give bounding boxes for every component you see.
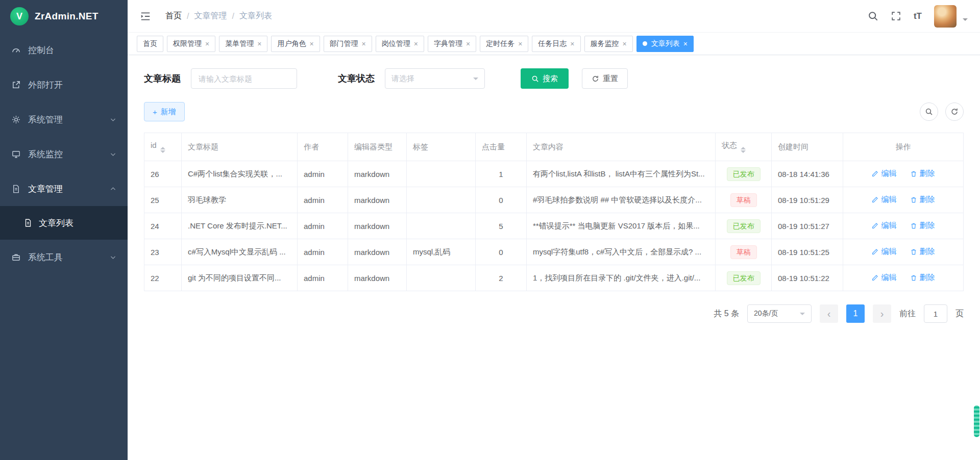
current-page-button[interactable]: 1 (846, 304, 865, 323)
delete-link[interactable]: 删除 (910, 221, 935, 231)
close-icon[interactable]: × (518, 40, 522, 47)
table-row: 22 git 为不同的项目设置不同... admin markdown 2 1，… (144, 265, 964, 291)
delete-link[interactable]: 删除 (910, 247, 935, 257)
collapse-sidebar-icon[interactable] (140, 11, 151, 22)
tab-user-role[interactable]: 用户角色× (271, 36, 320, 52)
sidebar-item-dashboard[interactable]: 控制台 (0, 33, 128, 67)
tab-label: 定时任务 (486, 39, 514, 48)
delete-link[interactable]: 删除 (910, 169, 935, 178)
refresh-button[interactable] (945, 103, 964, 121)
tab-label: 文章列表 (651, 39, 680, 48)
cell-author: admin (298, 265, 348, 291)
close-icon[interactable]: × (570, 40, 574, 47)
user-avatar[interactable] (934, 5, 957, 28)
edit-link[interactable]: 编辑 (871, 221, 896, 231)
tab-service-monitor[interactable]: 服务监控× (584, 36, 633, 52)
page-size-select[interactable]: 20条/页 (747, 304, 812, 323)
cell-title: git 为不同的项目设置不同... (182, 265, 298, 291)
tab-label: 字典管理 (434, 39, 462, 48)
tab-task-log[interactable]: 任务日志× (532, 36, 580, 52)
cell-hits: 0 (476, 239, 527, 265)
cell-author: admin (298, 239, 348, 265)
column-header-hits: 点击量 (476, 133, 527, 161)
tab-dept-manage[interactable]: 部门管理× (324, 36, 372, 52)
edit-link[interactable]: 编辑 (871, 169, 896, 178)
tab-dict-manage[interactable]: 字典管理× (428, 36, 476, 52)
cell-tags: mysql,乱码 (407, 239, 476, 265)
breadcrumb-item-home[interactable]: 首页 (165, 11, 182, 21)
close-icon[interactable]: × (362, 40, 366, 47)
scrollbar-thumb[interactable] (974, 405, 979, 437)
next-page-button[interactable]: › (873, 304, 891, 323)
tab-post-manage[interactable]: 岗位管理× (376, 36, 424, 52)
select-placeholder: 请选择 (391, 74, 414, 84)
cell-status: 草稿 (716, 187, 772, 213)
breadcrumb-item-article-manage[interactable]: 文章管理 (194, 11, 227, 21)
sidebar-item-external[interactable]: 外部打开 (0, 67, 128, 102)
close-icon[interactable]: × (683, 40, 688, 47)
close-icon[interactable]: × (466, 40, 470, 47)
prev-page-button[interactable]: ‹ (820, 304, 838, 323)
tab-home[interactable]: 首页 (137, 36, 163, 52)
close-icon[interactable]: × (414, 40, 418, 47)
reset-button-label: 重置 (603, 74, 618, 84)
cell-created: 08-19 10:51:29 (772, 187, 843, 213)
tab-permission[interactable]: 权限管理× (167, 36, 215, 52)
article-title-input[interactable] (191, 68, 297, 89)
search-button[interactable]: 搜索 (521, 68, 569, 89)
cell-title: C#两个list集合实现关联，... (182, 161, 298, 187)
column-header-tags: 标签 (407, 133, 476, 161)
search-toggle-button[interactable] (920, 103, 938, 121)
edit-link[interactable]: 编辑 (871, 247, 896, 257)
user-menu-caret-icon[interactable] (963, 18, 968, 23)
page-content: 文章标题 文章状态 请选择 搜索 重置 + 新增 (128, 55, 980, 460)
sidebar-item-label: 系统工具 (28, 251, 63, 263)
cell-content: 1，找到项目所在目录下的 .git/文件夹，进入.git/... (527, 265, 716, 291)
cell-editor: markdown (348, 265, 407, 291)
cell-created: 08-18 14:41:36 (772, 161, 843, 187)
cell-actions: 编辑 删除 (843, 161, 964, 187)
breadcrumb-separator: / (232, 12, 234, 21)
sidebar-item-label: 文章管理 (28, 183, 63, 195)
search-icon[interactable] (868, 11, 878, 21)
sort-icon[interactable] (741, 147, 746, 153)
tab-article-list[interactable]: 文章列表× (636, 36, 694, 52)
sidebar-item-system-monitor[interactable]: 系统监控 (0, 137, 128, 171)
goto-page-input[interactable] (924, 304, 947, 323)
close-icon[interactable]: × (205, 40, 209, 47)
add-button[interactable]: + 新增 (144, 102, 185, 121)
edit-link[interactable]: 编辑 (871, 273, 896, 283)
column-header-id[interactable]: id (144, 133, 182, 161)
cell-content: mysql字符集utf8，c#写入中文后，全部显示成? ... (527, 239, 716, 265)
close-icon[interactable]: × (309, 40, 313, 47)
cell-hits: 1 (476, 161, 527, 187)
close-icon[interactable]: × (623, 40, 627, 47)
cell-title: .NET Core 发布时提示.NET... (182, 213, 298, 239)
font-size-icon[interactable]: tT (914, 11, 922, 21)
cell-editor: markdown (348, 187, 407, 213)
logo[interactable]: V ZrAdmin.NET (0, 0, 128, 33)
sidebar-menu: 控制台 外部打开 系统管理 系统监控 文章管理 文章列表 系统工具 (0, 33, 128, 274)
top-navbar: 首页 / 文章管理 / 文章列表 tT (128, 0, 980, 33)
close-icon[interactable]: × (257, 40, 261, 47)
article-status-select[interactable]: 请选择 (385, 68, 485, 89)
tab-menu-manage[interactable]: 菜单管理× (219, 36, 267, 52)
delete-link[interactable]: 删除 (910, 273, 935, 283)
active-tab-dot (643, 41, 647, 46)
breadcrumb-separator: / (187, 12, 189, 21)
sidebar-item-label: 文章列表 (39, 217, 74, 229)
sidebar-item-article-manage[interactable]: 文章管理 (0, 171, 128, 206)
column-header-status[interactable]: 状态 (716, 133, 772, 161)
sidebar-item-system-tools[interactable]: 系统工具 (0, 240, 128, 274)
tab-scheduled-task[interactable]: 定时任务× (480, 36, 528, 52)
delete-link[interactable]: 删除 (910, 195, 935, 205)
app-title: ZrAdmin.NET (35, 11, 99, 22)
edit-link[interactable]: 编辑 (871, 195, 896, 205)
sidebar-item-system-manage[interactable]: 系统管理 (0, 102, 128, 137)
reset-button[interactable]: 重置 (582, 68, 628, 89)
fullscreen-icon[interactable] (891, 11, 901, 21)
main-area: 首页 / 文章管理 / 文章列表 tT 首页 权限管理× 菜单管理× 用户角色×… (128, 0, 980, 460)
sidebar-item-article-list[interactable]: 文章列表 (0, 206, 128, 240)
cell-author: admin (298, 213, 348, 239)
sort-icon[interactable] (160, 147, 165, 153)
